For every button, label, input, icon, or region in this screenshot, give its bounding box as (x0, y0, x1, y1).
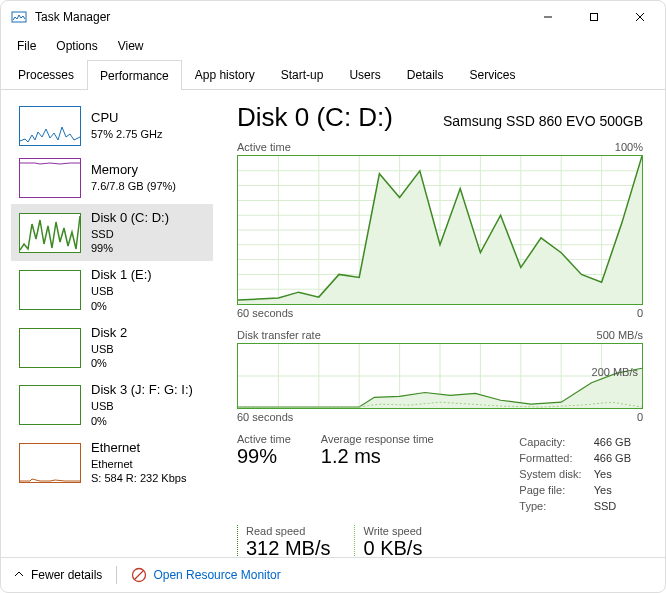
ethernet-name: Ethernet (91, 440, 186, 457)
tab-performance[interactable]: Performance (87, 60, 182, 90)
detail-model: Samsung SSD 860 EVO 500GB (443, 113, 643, 129)
ethernet-sub2: S: 584 R: 232 Kbps (91, 471, 186, 485)
memory-name: Memory (91, 162, 176, 179)
sidebar-item-cpu[interactable]: CPU57% 2.75 GHz (11, 100, 213, 152)
sidebar-item-disk2[interactable]: Disk 2USB0% (11, 319, 213, 376)
maximize-button[interactable] (571, 1, 617, 33)
chart1-xright: 0 (637, 307, 643, 319)
stat-avg-response: Average response time 1.2 ms (321, 433, 434, 468)
sidebar-item-disk3[interactable]: Disk 3 (J: F: G: I:)USB0% (11, 376, 213, 433)
menu-bar: File Options View (1, 33, 665, 59)
sidebar-item-disk1[interactable]: Disk 1 (E:)USB0% (11, 261, 213, 318)
cpu-sub: 57% 2.75 GHz (91, 127, 163, 141)
chart2-xright: 0 (637, 411, 643, 423)
chart2-max: 500 MB/s (597, 329, 643, 341)
memory-thumb (19, 158, 81, 198)
prop-page-file: Page file:Yes (519, 483, 641, 497)
ethernet-sub: Ethernet (91, 457, 186, 471)
prop-type: Type:SSD (519, 499, 641, 513)
footer-divider (116, 566, 117, 584)
active-time-chart[interactable] (237, 155, 643, 305)
disk3-name: Disk 3 (J: F: G: I:) (91, 382, 193, 399)
sidebar-item-ethernet[interactable]: EthernetEthernetS: 584 R: 232 Kbps (11, 434, 213, 491)
disk2-sub: USB (91, 342, 127, 356)
chart2-label: Disk transfer rate (237, 329, 321, 341)
menu-file[interactable]: File (7, 35, 46, 57)
ethernet-thumb (19, 443, 81, 483)
tab-app-history[interactable]: App history (182, 59, 268, 89)
chart1-max: 100% (615, 141, 643, 153)
disk0-sub: SSD (91, 227, 169, 241)
close-button[interactable] (617, 1, 663, 33)
minimize-button[interactable] (525, 1, 571, 33)
sidebar[interactable]: CPU57% 2.75 GHz Memory7.6/7.8 GB (97%) D… (1, 90, 213, 557)
tab-strip: Processes Performance App history Start-… (1, 59, 665, 90)
menu-options[interactable]: Options (46, 35, 107, 57)
disk3-sub2: 0% (91, 414, 193, 428)
detail-properties: Capacity:466 GB Formatted:466 GB System … (517, 433, 643, 515)
disk0-thumb (19, 213, 81, 253)
chart2-inner-label: 200 MB/s (592, 366, 638, 378)
disk2-thumb (19, 328, 81, 368)
disk3-thumb (19, 385, 81, 425)
detail-panel: Disk 0 (C: D:) Samsung SSD 860 EVO 500GB… (213, 90, 665, 557)
fewer-details-button[interactable]: Fewer details (13, 568, 102, 583)
cpu-name: CPU (91, 110, 163, 127)
open-resource-monitor-link[interactable]: Open Resource Monitor (131, 567, 280, 583)
tab-processes[interactable]: Processes (5, 59, 87, 89)
prop-formatted: Formatted:466 GB (519, 451, 641, 465)
sidebar-item-memory[interactable]: Memory7.6/7.8 GB (97%) (11, 152, 213, 204)
disk1-sub2: 0% (91, 299, 152, 313)
chart1-xleft: 60 seconds (237, 307, 293, 319)
sidebar-item-disk0[interactable]: Disk 0 (C: D:)SSD99% (11, 204, 213, 261)
footer: Fewer details Open Resource Monitor (1, 557, 665, 592)
prop-capacity: Capacity:466 GB (519, 435, 641, 449)
tab-users[interactable]: Users (336, 59, 393, 89)
prop-system-disk: System disk:Yes (519, 467, 641, 481)
disk3-sub: USB (91, 399, 193, 413)
disk0-name: Disk 0 (C: D:) (91, 210, 169, 227)
stat-write-speed: Write speed 0 KB/s (354, 525, 422, 557)
disk0-sub2: 99% (91, 241, 169, 255)
disk2-name: Disk 2 (91, 325, 127, 342)
disk1-thumb (19, 270, 81, 310)
window-title: Task Manager (35, 10, 525, 24)
title-bar: Task Manager (1, 1, 665, 33)
chart1-label: Active time (237, 141, 291, 153)
disk1-name: Disk 1 (E:) (91, 267, 152, 284)
chevron-up-icon (13, 568, 25, 583)
tab-details[interactable]: Details (394, 59, 457, 89)
disk1-sub: USB (91, 284, 152, 298)
svg-line-34 (135, 571, 144, 580)
svg-rect-2 (591, 14, 598, 21)
memory-sub: 7.6/7.8 GB (97%) (91, 179, 176, 193)
disk2-sub2: 0% (91, 356, 127, 370)
menu-view[interactable]: View (108, 35, 154, 57)
stat-active-time: Active time 99% (237, 433, 291, 468)
transfer-rate-chart[interactable]: 200 MB/s (237, 343, 643, 409)
resource-monitor-icon (131, 567, 147, 583)
chart2-xleft: 60 seconds (237, 411, 293, 423)
app-icon (11, 9, 27, 25)
cpu-thumb (19, 106, 81, 146)
stat-read-speed: Read speed 312 MB/s (237, 525, 330, 557)
tab-services[interactable]: Services (456, 59, 528, 89)
detail-title: Disk 0 (C: D:) (237, 102, 393, 133)
tab-startup[interactable]: Start-up (268, 59, 337, 89)
